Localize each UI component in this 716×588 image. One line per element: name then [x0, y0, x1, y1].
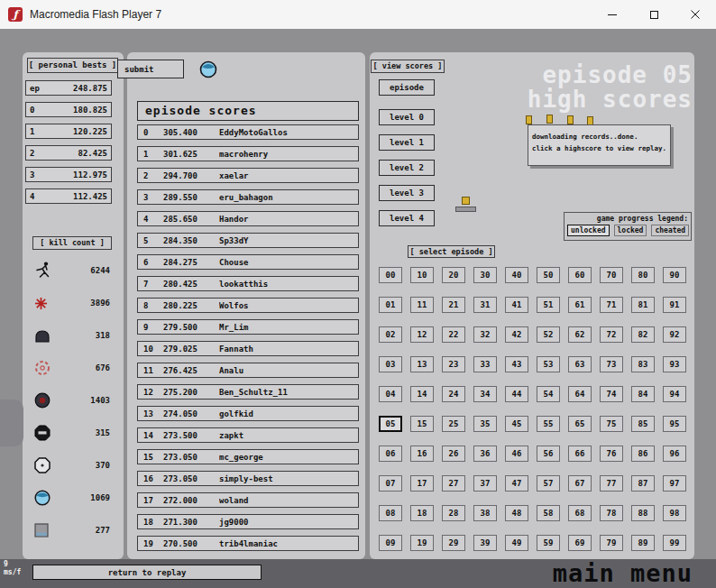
episode-cell[interactable]: 50: [537, 267, 560, 283]
episode-cell[interactable]: 72: [600, 326, 623, 343]
episode-cell[interactable]: 62: [568, 326, 592, 343]
highscore-row[interactable]: 19 270.500 trib4lmaniac: [137, 536, 359, 551]
episode-cell[interactable]: 20: [442, 267, 465, 283]
episode-cell[interactable]: 66: [568, 446, 592, 462]
highscore-row[interactable]: 1 301.625 macrohenry: [137, 146, 359, 161]
episode-cell[interactable]: 88: [631, 505, 655, 521]
episode-cell[interactable]: 58: [537, 505, 560, 521]
episode-cell[interactable]: 71: [600, 297, 623, 313]
episode-cell[interactable]: 42: [505, 326, 528, 343]
episode-cell[interactable]: 75: [600, 416, 623, 432]
episode-cell[interactable]: 67: [568, 475, 592, 492]
view-scores-button[interactable]: level 3: [379, 185, 435, 201]
highscore-row[interactable]: 15 273.050 mc_george: [137, 449, 359, 464]
episode-cell[interactable]: 79: [600, 535, 623, 551]
episode-cell[interactable]: 24: [442, 386, 465, 402]
episode-cell[interactable]: 39: [473, 535, 497, 551]
episode-cell[interactable]: 85: [631, 416, 655, 432]
episode-cell[interactable]: 21: [442, 297, 465, 313]
highscore-row[interactable]: 7 280.425 lookatthis: [137, 276, 359, 291]
episode-cell[interactable]: 60: [568, 267, 592, 283]
episode-cell[interactable]: 74: [600, 386, 623, 402]
episode-cell[interactable]: 87: [631, 475, 655, 492]
episode-cell[interactable]: 91: [663, 297, 686, 313]
episode-cell[interactable]: 11: [410, 297, 434, 313]
highscore-row[interactable]: 0 305.400 EddyMotoGallos: [137, 124, 359, 140]
highscore-row[interactable]: 10 279.025 Fannath: [137, 341, 359, 356]
highscore-row[interactable]: 16 273.050 simply-best: [137, 471, 359, 486]
episode-cell[interactable]: 01: [379, 297, 402, 313]
episode-cell[interactable]: 73: [600, 356, 623, 372]
episode-cell[interactable]: 07: [379, 475, 402, 492]
episode-cell[interactable]: 44: [505, 386, 528, 402]
episode-cell[interactable]: 95: [663, 416, 686, 432]
highscore-row[interactable]: 5 284.350 Sp33dY: [137, 233, 359, 248]
episode-cell[interactable]: 65: [568, 416, 592, 432]
episode-cell[interactable]: 41: [505, 297, 528, 313]
highscore-row[interactable]: 18 271.300 jg9000: [137, 514, 359, 529]
episode-cell[interactable]: 98: [663, 505, 686, 521]
episode-cell[interactable]: 04: [379, 386, 402, 402]
episode-cell[interactable]: 51: [537, 297, 560, 313]
highscore-row[interactable]: 8 280.225 Wolfos: [137, 298, 359, 313]
episode-cell[interactable]: 22: [442, 326, 465, 343]
main-menu-button[interactable]: main menu: [553, 559, 693, 588]
episode-cell[interactable]: 31: [473, 297, 497, 313]
episode-cell[interactable]: 84: [631, 386, 655, 402]
episode-cell[interactable]: 06: [379, 446, 402, 462]
episode-cell[interactable]: 05: [379, 416, 402, 432]
episode-cell[interactable]: 86: [631, 446, 655, 462]
episode-cell[interactable]: 94: [663, 386, 686, 402]
episode-cell[interactable]: 38: [473, 505, 497, 521]
episode-cell[interactable]: 64: [568, 386, 592, 402]
highscore-row[interactable]: 13 274.050 golfkid: [137, 406, 359, 421]
episode-cell[interactable]: 35: [473, 416, 497, 432]
episode-cell[interactable]: 93: [663, 356, 686, 372]
episode-cell[interactable]: 33: [473, 356, 497, 372]
episode-cell[interactable]: 82: [631, 326, 655, 343]
episode-cell[interactable]: 63: [568, 356, 592, 372]
episode-cell[interactable]: 45: [505, 416, 528, 432]
highscore-row[interactable]: 17 272.000 woland: [137, 492, 359, 508]
episode-cell[interactable]: 25: [442, 416, 465, 432]
highscore-row[interactable]: 11 276.425 Analu: [137, 363, 359, 378]
episode-cell[interactable]: 30: [473, 267, 497, 283]
highscore-row[interactable]: 2 294.700 xaelar: [137, 168, 359, 183]
episode-cell[interactable]: 26: [442, 446, 465, 462]
episode-cell[interactable]: 69: [568, 535, 592, 551]
episode-cell[interactable]: 13: [410, 356, 434, 372]
episode-cell[interactable]: 43: [505, 356, 528, 372]
episode-cell[interactable]: 70: [600, 267, 623, 283]
episode-cell[interactable]: 55: [537, 416, 560, 432]
episode-cell[interactable]: 03: [379, 356, 402, 372]
submit-button[interactable]: submit: [117, 60, 184, 78]
episode-cell[interactable]: 52: [537, 326, 560, 343]
highscore-row[interactable]: 12 275.200 Ben_Schultz_11: [137, 384, 359, 400]
episode-cell[interactable]: 57: [537, 475, 560, 492]
episode-cell[interactable]: 90: [663, 267, 686, 283]
episode-cell[interactable]: 18: [410, 505, 434, 521]
episode-cell[interactable]: 76: [600, 446, 623, 462]
close-button[interactable]: [675, 0, 716, 29]
highscore-row[interactable]: 9 279.500 Mr_Lim: [137, 319, 359, 335]
episode-cell[interactable]: 00: [379, 267, 402, 283]
highscore-row[interactable]: 4 285.650 Handor: [137, 211, 359, 226]
episode-cell[interactable]: 09: [379, 535, 402, 551]
episode-cell[interactable]: 17: [410, 475, 434, 492]
episode-cell[interactable]: 61: [568, 297, 592, 313]
episode-cell[interactable]: 80: [631, 267, 655, 283]
episode-cell[interactable]: 81: [631, 297, 655, 313]
episode-cell[interactable]: 27: [442, 475, 465, 492]
episode-cell[interactable]: 40: [505, 267, 528, 283]
episode-cell[interactable]: 47: [505, 475, 528, 492]
episode-cell[interactable]: 89: [631, 535, 655, 551]
episode-cell[interactable]: 59: [537, 535, 560, 551]
episode-cell[interactable]: 16: [410, 446, 434, 462]
episode-cell[interactable]: 08: [379, 505, 402, 521]
episode-cell[interactable]: 36: [473, 446, 497, 462]
episode-cell[interactable]: 46: [505, 446, 528, 462]
episode-cell[interactable]: 02: [379, 326, 402, 343]
episode-cell[interactable]: 48: [505, 505, 528, 521]
episode-cell[interactable]: 97: [663, 475, 686, 492]
view-scores-button[interactable]: level 4: [379, 210, 435, 226]
